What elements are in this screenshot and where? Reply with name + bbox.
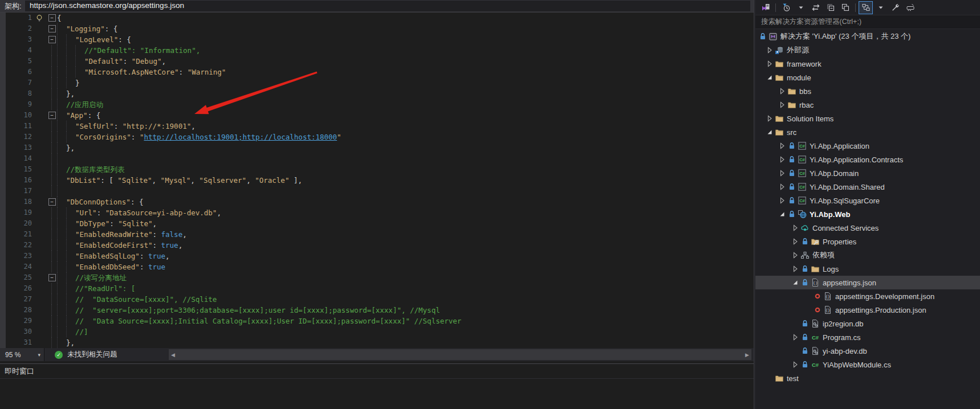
code-line-14[interactable]: 14 <box>0 153 754 164</box>
tree-item-yi-abp-domain-shared[interactable]: C#Yi.Abp.Domain.Shared <box>755 180 980 194</box>
tree-item-appsettings-development-json[interactable]: {}appsettings.Development.json <box>755 289 980 303</box>
tree-item-yi-abp-dev-db[interactable]: yi-abp-dev.db <box>755 344 980 358</box>
code-line-20[interactable]: 20"DbType": "Sqlite", <box>0 218 754 229</box>
tree-item-yi-abp-domain[interactable]: C#Yi.Abp.Domain <box>755 166 980 180</box>
sync-active-document-icon[interactable] <box>859 1 873 14</box>
code-line-11[interactable]: 11"SelfUrl": "http://*:19001", <box>0 121 754 132</box>
overlapping-windows-icon[interactable] <box>838 1 852 14</box>
expander-collapsed-icon[interactable] <box>778 141 787 150</box>
code-line-31[interactable]: 31}, <box>0 337 754 348</box>
properties-wrench-icon[interactable] <box>888 1 902 14</box>
code-line-5[interactable]: 5"Default": "Debug", <box>0 56 754 67</box>
scroll-left-icon[interactable]: ◀ <box>169 352 177 358</box>
lightbulb-icon[interactable] <box>35 13 47 23</box>
tree-item-appsettings-production-json[interactable]: {}appsettings.Production.json <box>755 303 980 317</box>
dropdown-caret-icon[interactable] <box>873 1 888 14</box>
tree-item-properties[interactable]: Properties <box>755 235 980 248</box>
tree-item-solution-items[interactable]: Solution Items <box>755 112 980 125</box>
expander-expanded-icon[interactable] <box>765 73 774 82</box>
tree-item-yiabpwebmodule-cs[interactable]: C#YiAbpWebModule.cs <box>755 358 980 371</box>
code-line-27[interactable]: 27// "DataSource=[xxxx]", //Sqlite <box>0 294 754 305</box>
fold-collapse-icon[interactable]: − <box>47 197 57 207</box>
expander-collapsed-icon[interactable] <box>778 196 787 205</box>
tree-item-test[interactable]: test <box>755 371 980 385</box>
tree-item-ip2region-db[interactable]: ip2region.db <box>755 317 980 330</box>
fold-collapse-icon[interactable]: − <box>47 13 57 23</box>
expander-collapsed-icon[interactable] <box>778 155 787 164</box>
schema-url-combobox[interactable]: https://json.schemastore.org/appsettings… <box>25 1 750 11</box>
expander-collapsed-icon[interactable] <box>791 333 800 342</box>
expander-expanded-icon[interactable] <box>778 210 787 219</box>
expander-collapsed-icon[interactable] <box>765 59 774 68</box>
tree-item-item-16[interactable]: 依赖项 <box>755 248 980 262</box>
expander-collapsed-icon[interactable] <box>791 223 800 232</box>
dropdown-caret-icon[interactable] <box>794 1 808 14</box>
switch-views-icon[interactable] <box>758 1 772 14</box>
immediate-window-input[interactable] <box>0 379 754 409</box>
code-line-23[interactable]: 23"EnabledSqlLog": true, <box>0 251 754 261</box>
scroll-right-icon[interactable]: ▶ <box>743 352 751 358</box>
code-line-4[interactable]: 4//"Default": "Information", <box>0 45 754 56</box>
tree-item-item-1[interactable]: 外部源 <box>755 43 980 57</box>
code-line-18[interactable]: 18−"DbConnOptions": { <box>0 197 754 207</box>
code-line-3[interactable]: 3−"LogLevel": { <box>0 34 754 45</box>
code-line-22[interactable]: 22"EnabledCodeFirst": true, <box>0 240 754 251</box>
code-line-6[interactable]: 6"Microsoft.AspNetCore": "Warning" <box>0 67 754 77</box>
expander-collapsed-icon[interactable] <box>791 251 800 260</box>
tree-item-yi-abp-application[interactable]: C#Yi.Abp.Application <box>755 139 980 153</box>
tree-item-logs[interactable]: Logs <box>755 262 980 276</box>
code-line-29[interactable]: 29// "Data Source=[xxxx];Initial Catalog… <box>0 316 754 326</box>
tree-item-yi-abp-sqlsugarcore[interactable]: C#Yi.Abp.SqlSugarCore <box>755 194 980 207</box>
tree-item-yi-abp-application-contracts[interactable]: C#Yi.Abp.Application.Contracts <box>755 153 980 166</box>
tree-item-connected-services[interactable]: Connected Services <box>755 221 980 235</box>
solution-explorer-search-input[interactable]: 搜索解决方案资源管理器(Ctrl+;) <box>755 15 980 29</box>
horizontal-scrollbar[interactable]: ◀ ▶ <box>169 349 751 360</box>
fold-collapse-icon[interactable]: − <box>47 34 57 45</box>
code-editor[interactable]: 1−{2−"Logging": {3−"LogLevel": {4//"Defa… <box>0 13 754 348</box>
code-line-24[interactable]: 24"EnabledDbSeed": true <box>0 261 754 272</box>
expander-collapsed-icon[interactable] <box>778 182 787 191</box>
expander-collapsed-icon[interactable] <box>765 114 774 123</box>
tree-item-bbs[interactable]: bbs <box>755 84 980 98</box>
code-line-1[interactable]: 1−{ <box>0 13 754 23</box>
expander-collapsed-icon[interactable] <box>778 169 787 178</box>
zoom-level-combobox[interactable]: 95 % ▾ <box>0 348 44 361</box>
code-line-19[interactable]: 19"Url": "DataSource=yi-abp-dev.db", <box>0 207 754 218</box>
code-line-7[interactable]: 7} <box>0 77 754 88</box>
code-line-9[interactable]: 9//应用启动 <box>0 99 754 110</box>
expander-expanded-icon[interactable] <box>791 278 800 287</box>
tree-item-program-cs[interactable]: C#Program.cs <box>755 330 980 344</box>
fold-collapse-icon[interactable]: − <box>47 272 57 283</box>
expander-collapsed-icon[interactable] <box>765 46 774 55</box>
code-line-28[interactable]: 28// "server=[xxxx];port=3306;database=[… <box>0 305 754 316</box>
pending-changes-filter-icon[interactable] <box>779 1 793 14</box>
code-line-26[interactable]: 26//"ReadUrl": [ <box>0 283 754 294</box>
tree-item-yi-abp-23-23[interactable]: 解决方案 'Yi.Abp' (23 个项目，共 23 个) <box>755 30 980 43</box>
two-way-sync-icon[interactable] <box>808 1 823 14</box>
fold-collapse-icon[interactable]: − <box>47 23 57 34</box>
code-line-13[interactable]: 13}, <box>0 142 754 153</box>
tree-item-src[interactable]: src <box>755 125 980 139</box>
code-line-15[interactable]: 15//数据库类型列表 <box>0 164 754 175</box>
code-line-17[interactable]: 17 <box>0 186 754 197</box>
tree-item-yi-abp-web[interactable]: Yi.Abp.Web <box>755 207 980 221</box>
expander-collapsed-icon[interactable] <box>778 100 787 109</box>
breakpoint-margin[interactable] <box>0 13 6 348</box>
collapse-all-icon[interactable] <box>823 1 837 14</box>
code-line-10[interactable]: 10−"App": { <box>0 110 754 121</box>
expander-collapsed-icon[interactable] <box>791 360 800 369</box>
code-line-12[interactable]: 12"CorsOrigins": "http://localhost:19001… <box>0 132 754 142</box>
code-line-2[interactable]: 2−"Logging": { <box>0 23 754 34</box>
fold-collapse-icon[interactable]: − <box>47 110 57 121</box>
tree-item-framework[interactable]: framework <box>755 57 980 71</box>
tree-item-appsettings-json[interactable]: {}appsettings.json <box>755 276 980 289</box>
expander-collapsed-icon[interactable] <box>791 237 800 246</box>
tree-item-rbac[interactable]: rbac <box>755 98 980 112</box>
expander-collapsed-icon[interactable] <box>778 87 787 96</box>
code-line-25[interactable]: 25−//读写分离地址 <box>0 272 754 283</box>
expander-collapsed-icon[interactable] <box>791 264 800 273</box>
code-line-8[interactable]: 8}, <box>0 88 754 99</box>
code-line-21[interactable]: 21"EnabledReadWrite": false, <box>0 229 754 240</box>
expander-expanded-icon[interactable] <box>765 128 774 137</box>
show-all-files-icon[interactable] <box>903 1 917 14</box>
